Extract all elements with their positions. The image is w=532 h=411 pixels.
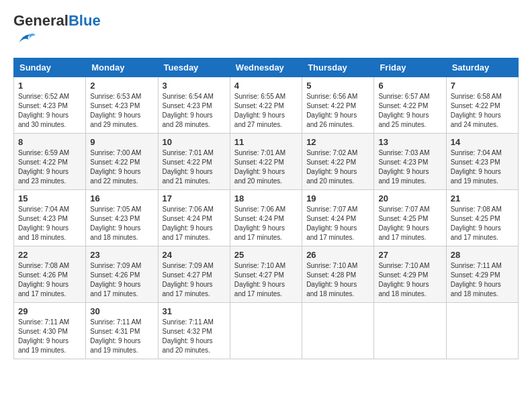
calendar-cell: 16 Sunrise: 7:05 AM Sunset: 4:23 PM Dayl…: [86, 190, 158, 246]
day-info: Sunrise: 7:09 AM Sunset: 4:26 PM Dayligh…: [90, 261, 153, 299]
page-header: GeneralBlue: [13, 13, 519, 51]
calendar-header-row: SundayMondayTuesdayWednesdayThursdayFrid…: [14, 58, 519, 77]
calendar-cell: [230, 303, 302, 359]
day-number: 20: [378, 193, 441, 203]
calendar-cell: 14 Sunrise: 7:04 AM Sunset: 4:23 PM Dayl…: [446, 134, 518, 190]
day-info: Sunrise: 7:10 AM Sunset: 4:27 PM Dayligh…: [234, 261, 298, 299]
day-number: 31: [163, 306, 226, 316]
calendar-cell: 26 Sunrise: 7:10 AM Sunset: 4:28 PM Dayl…: [302, 246, 374, 303]
calendar-cell: 31 Sunrise: 7:11 AM Sunset: 4:32 PM Dayl…: [158, 303, 230, 359]
day-info: Sunrise: 7:01 AM Sunset: 4:22 PM Dayligh…: [163, 148, 226, 186]
day-info: Sunrise: 7:09 AM Sunset: 4:27 PM Dayligh…: [163, 261, 226, 299]
day-info: Sunrise: 7:11 AM Sunset: 4:30 PM Dayligh…: [18, 318, 81, 355]
day-info: Sunrise: 7:07 AM Sunset: 4:24 PM Dayligh…: [306, 205, 369, 242]
calendar-week-row: 1 Sunrise: 6:52 AM Sunset: 4:23 PM Dayli…: [14, 77, 519, 134]
day-number: 6: [378, 81, 441, 91]
calendar-cell: 9 Sunrise: 7:00 AM Sunset: 4:22 PM Dayli…: [86, 134, 158, 190]
calendar-cell: 29 Sunrise: 7:11 AM Sunset: 4:30 PM Dayl…: [14, 303, 86, 359]
calendar-week-row: 15 Sunrise: 7:04 AM Sunset: 4:23 PM Dayl…: [14, 190, 519, 246]
calendar-table: SundayMondayTuesdayWednesdayThursdayFrid…: [13, 58, 519, 359]
calendar-cell: 23 Sunrise: 7:09 AM Sunset: 4:26 PM Dayl…: [86, 246, 158, 303]
day-number: 13: [378, 137, 441, 147]
day-info: Sunrise: 6:55 AM Sunset: 4:22 PM Dayligh…: [234, 92, 298, 130]
day-header-thursday: Thursday: [302, 58, 374, 77]
day-header-wednesday: Wednesday: [230, 58, 302, 77]
day-header-saturday: Saturday: [446, 58, 518, 77]
day-info: Sunrise: 6:57 AM Sunset: 4:22 PM Dayligh…: [378, 92, 441, 130]
day-info: Sunrise: 7:00 AM Sunset: 4:22 PM Dayligh…: [90, 148, 153, 186]
calendar-week-row: 8 Sunrise: 6:59 AM Sunset: 4:22 PM Dayli…: [14, 134, 519, 190]
calendar-cell: [374, 303, 446, 359]
day-number: 8: [18, 137, 81, 147]
calendar-cell: 24 Sunrise: 7:09 AM Sunset: 4:27 PM Dayl…: [158, 246, 230, 303]
day-number: 22: [18, 250, 81, 260]
day-number: 25: [234, 250, 298, 260]
day-number: 5: [306, 81, 369, 91]
calendar-cell: [302, 303, 374, 359]
day-number: 26: [306, 250, 369, 260]
calendar-cell: 20 Sunrise: 7:07 AM Sunset: 4:25 PM Dayl…: [374, 190, 446, 246]
calendar-cell: 4 Sunrise: 6:55 AM Sunset: 4:22 PM Dayli…: [230, 77, 302, 134]
calendar-cell: 27 Sunrise: 7:10 AM Sunset: 4:29 PM Dayl…: [374, 246, 446, 303]
calendar-cell: 17 Sunrise: 7:06 AM Sunset: 4:24 PM Dayl…: [158, 190, 230, 246]
day-info: Sunrise: 7:04 AM Sunset: 4:23 PM Dayligh…: [18, 205, 81, 242]
day-number: 28: [451, 250, 514, 260]
day-number: 15: [18, 193, 81, 203]
day-number: 18: [234, 193, 298, 203]
day-number: 7: [451, 81, 514, 91]
calendar-cell: 10 Sunrise: 7:01 AM Sunset: 4:22 PM Dayl…: [158, 134, 230, 190]
calendar-cell: 6 Sunrise: 6:57 AM Sunset: 4:22 PM Dayli…: [374, 77, 446, 134]
day-info: Sunrise: 7:11 AM Sunset: 4:29 PM Dayligh…: [451, 261, 514, 299]
day-info: Sunrise: 7:07 AM Sunset: 4:25 PM Dayligh…: [378, 205, 441, 242]
calendar-cell: 28 Sunrise: 7:11 AM Sunset: 4:29 PM Dayl…: [446, 246, 518, 303]
day-info: Sunrise: 6:54 AM Sunset: 4:23 PM Dayligh…: [163, 92, 226, 130]
day-number: 27: [378, 250, 441, 260]
day-number: 24: [163, 250, 226, 260]
day-number: 9: [90, 137, 153, 147]
calendar-cell: 7 Sunrise: 6:58 AM Sunset: 4:22 PM Dayli…: [446, 77, 518, 134]
calendar-cell: 11 Sunrise: 7:01 AM Sunset: 4:22 PM Dayl…: [230, 134, 302, 190]
day-number: 21: [451, 193, 514, 203]
day-info: Sunrise: 6:56 AM Sunset: 4:22 PM Dayligh…: [306, 92, 369, 130]
calendar-week-row: 22 Sunrise: 7:08 AM Sunset: 4:26 PM Dayl…: [14, 246, 519, 303]
day-info: Sunrise: 7:08 AM Sunset: 4:26 PM Dayligh…: [18, 261, 81, 299]
day-header-sunday: Sunday: [14, 58, 86, 77]
day-header-friday: Friday: [374, 58, 446, 77]
day-number: 29: [18, 306, 81, 316]
logo-blue: Blue: [69, 12, 101, 29]
day-number: 4: [234, 81, 298, 91]
calendar-cell: 5 Sunrise: 6:56 AM Sunset: 4:22 PM Dayli…: [302, 77, 374, 134]
day-info: Sunrise: 7:06 AM Sunset: 4:24 PM Dayligh…: [163, 205, 226, 242]
day-number: 17: [163, 193, 226, 203]
day-number: 3: [163, 81, 226, 91]
calendar-cell: 1 Sunrise: 6:52 AM Sunset: 4:23 PM Dayli…: [14, 77, 86, 134]
day-number: 16: [90, 193, 153, 203]
logo-general: General: [13, 12, 69, 29]
day-info: Sunrise: 7:10 AM Sunset: 4:29 PM Dayligh…: [378, 261, 441, 299]
day-number: 14: [451, 137, 514, 147]
calendar-cell: 30 Sunrise: 7:11 AM Sunset: 4:31 PM Dayl…: [86, 303, 158, 359]
calendar-cell: 13 Sunrise: 7:03 AM Sunset: 4:23 PM Dayl…: [374, 134, 446, 190]
calendar-week-row: 29 Sunrise: 7:11 AM Sunset: 4:30 PM Dayl…: [14, 303, 519, 359]
day-header-monday: Monday: [86, 58, 158, 77]
day-number: 23: [90, 250, 153, 260]
calendar-cell: 15 Sunrise: 7:04 AM Sunset: 4:23 PM Dayl…: [14, 190, 86, 246]
day-info: Sunrise: 7:11 AM Sunset: 4:32 PM Dayligh…: [163, 318, 226, 355]
calendar-cell: 19 Sunrise: 7:07 AM Sunset: 4:24 PM Dayl…: [302, 190, 374, 246]
calendar-cell: 2 Sunrise: 6:53 AM Sunset: 4:23 PM Dayli…: [86, 77, 158, 134]
day-number: 19: [306, 193, 369, 203]
calendar-cell: 22 Sunrise: 7:08 AM Sunset: 4:26 PM Dayl…: [14, 246, 86, 303]
day-number: 10: [163, 137, 226, 147]
calendar-cell: 21 Sunrise: 7:08 AM Sunset: 4:25 PM Dayl…: [446, 190, 518, 246]
calendar-cell: 8 Sunrise: 6:59 AM Sunset: 4:22 PM Dayli…: [14, 134, 86, 190]
day-info: Sunrise: 6:53 AM Sunset: 4:23 PM Dayligh…: [90, 92, 153, 130]
calendar-cell: 25 Sunrise: 7:10 AM Sunset: 4:27 PM Dayl…: [230, 246, 302, 303]
day-info: Sunrise: 7:11 AM Sunset: 4:31 PM Dayligh…: [90, 318, 153, 355]
calendar-cell: 3 Sunrise: 6:54 AM Sunset: 4:23 PM Dayli…: [158, 77, 230, 134]
day-info: Sunrise: 7:02 AM Sunset: 4:22 PM Dayligh…: [306, 148, 369, 186]
day-number: 1: [18, 81, 81, 91]
day-number: 2: [90, 81, 153, 91]
day-info: Sunrise: 6:59 AM Sunset: 4:22 PM Dayligh…: [18, 148, 81, 186]
day-info: Sunrise: 7:04 AM Sunset: 4:23 PM Dayligh…: [451, 148, 514, 186]
calendar-cell: [446, 303, 518, 359]
